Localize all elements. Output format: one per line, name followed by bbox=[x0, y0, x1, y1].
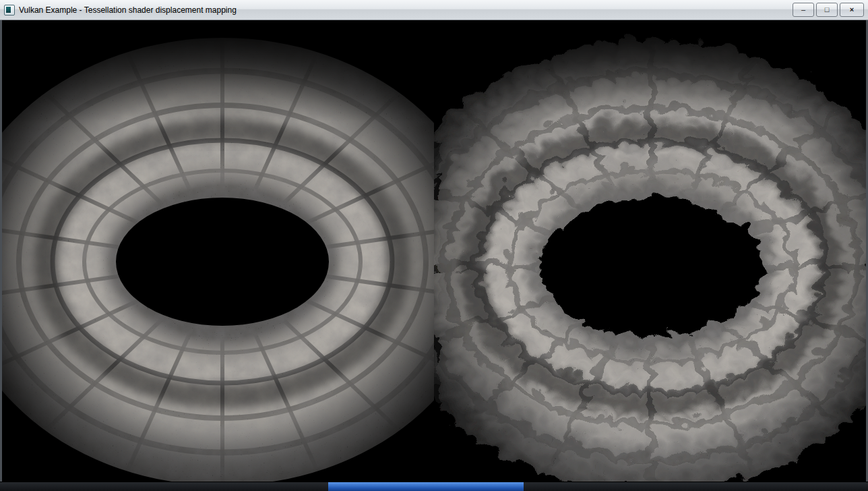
vulkan-app-icon bbox=[4, 5, 15, 16]
window-controls: – □ × bbox=[793, 3, 864, 17]
viewport-left-torus-flat[interactable] bbox=[2, 20, 434, 482]
app-window: Vulkan Example - Tessellation shader dis… bbox=[0, 0, 868, 491]
minimize-button[interactable]: – bbox=[793, 3, 814, 17]
render-surface[interactable] bbox=[0, 20, 868, 482]
vulkan-app-icon-mark bbox=[6, 7, 11, 13]
titlebar[interactable]: Vulkan Example - Tessellation shader dis… bbox=[0, 0, 868, 20]
window-title: Vulkan Example - Tessellation shader dis… bbox=[19, 5, 237, 15]
bottom-frame bbox=[0, 482, 868, 491]
viewport-right-torus-displaced[interactable] bbox=[434, 20, 866, 482]
torus-flat-render bbox=[2, 20, 434, 482]
taskbar-glimpse bbox=[328, 482, 524, 491]
torus-displaced-render bbox=[434, 20, 866, 482]
close-button[interactable]: × bbox=[840, 3, 864, 17]
maximize-button[interactable]: □ bbox=[816, 3, 838, 17]
